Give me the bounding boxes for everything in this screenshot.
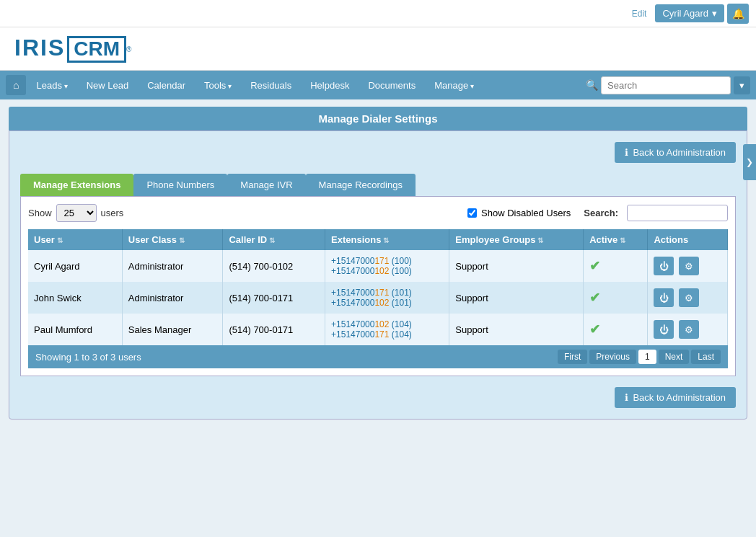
page-number-1[interactable]: 1 [638,350,656,364]
back-to-admin-top-button[interactable]: ℹ Back to Administration [615,142,736,163]
ext-line-2: +15147000102 (100) [331,266,443,276]
settings-button-3[interactable]: ⚙ [679,320,699,339]
power-button-2[interactable]: ⏻ [654,288,674,307]
data-table: User User Class Caller ID Extensions Emp… [28,229,728,345]
logo-crm: CRM [67,36,126,63]
page-next-button[interactable]: Next [659,350,690,364]
collapse-handle[interactable]: ❯ [743,144,756,180]
table-container: Show 10 25 50 100 users Show Disabled Us… [20,196,736,376]
active-checkmark: ✔ [589,322,600,337]
show-label: Show [28,208,52,218]
ext-line-1: +15147000171 (100) [331,256,443,266]
page-last-button[interactable]: Last [691,350,721,364]
ext-line-2: +15147000102 (101) [331,298,443,308]
back-to-admin-top-label: Back to Administration [633,147,726,158]
cell-user-class: Administrator [122,282,223,314]
cell-active: ✔ [584,282,648,314]
power-button-1[interactable]: ⏻ [654,257,674,275]
back-icon-bottom: ℹ [625,392,628,403]
table-row: John Swick Administrator (514) 700-0171 … [28,282,728,314]
controls-row: Show 10 25 50 100 users Show Disabled Us… [28,204,728,222]
search-input[interactable] [601,76,731,94]
table-row: Cyril Agard Administrator (514) 700-0102… [28,250,728,282]
settings-button-2[interactable]: ⚙ [679,288,699,307]
cell-extensions: +15147000171 (100) +15147000102 (100) [325,250,449,282]
ext-line-1: +15147000102 (104) [331,319,443,329]
nav-documents[interactable]: Documents [359,76,424,95]
back-bottom-row: ℹ Back to Administration [20,387,736,408]
showing-text: Showing 1 to 3 of 3 users [35,352,141,363]
cell-caller-id: (514) 700-0171 [223,282,325,314]
home-button[interactable]: ⌂ [6,75,26,95]
cell-user: Cyril Agard [28,250,122,282]
col-caller-id[interactable]: Caller ID [223,229,325,250]
settings-button-1[interactable]: ⚙ [679,257,699,275]
cell-caller-id: (514) 700-0171 [223,314,325,345]
user-name-label: Cyril Agard [662,8,708,19]
page-content: Manage Dialer Settings ℹ Back to Adminis… [0,99,756,427]
tab-manage-ivr[interactable]: Manage IVR [227,174,305,196]
ext-line-2: +15147000171 (104) [331,329,443,339]
cell-active: ✔ [584,250,648,282]
pagination-controls: First Previous 1 Next Last [555,350,721,364]
table-row: Paul Mumford Sales Manager (514) 700-017… [28,314,728,345]
cell-user-class: Sales Manager [122,314,223,345]
cell-employee-groups: Support [449,250,584,282]
tab-manage-recordings[interactable]: Manage Recordings [306,174,416,196]
cell-employee-groups: Support [449,314,584,345]
nav-new-lead[interactable]: New Lead [78,76,138,95]
show-disabled-checkbox[interactable] [467,208,477,218]
nav-manage[interactable]: Manage [426,76,483,95]
logo: IRISCRM® [14,35,131,63]
cell-caller-id: (514) 700-0102 [223,250,325,282]
logo-trademark: ® [126,45,131,53]
nav-calendar[interactable]: Calendar [139,76,194,95]
search-icon: 🔍 [586,79,598,91]
page-header: Manage Dialer Settings [9,107,747,130]
back-to-admin-bottom-button[interactable]: ℹ Back to Administration [615,387,736,408]
col-active[interactable]: Active [584,229,648,250]
top-bar: Edit Cyril Agard ▾ 🔔 [0,0,756,27]
cell-user: John Swick [28,282,122,314]
show-select[interactable]: 10 25 50 100 [56,204,97,222]
tab-manage-extensions[interactable]: Manage Extensions [20,174,133,196]
pagination-row: Showing 1 to 3 of 3 users First Previous… [28,345,728,368]
active-checkmark: ✔ [589,290,600,305]
logo-iris: IRIS [14,35,65,61]
table-header-row: User User Class Caller ID Extensions Emp… [28,229,728,250]
tab-phone-numbers[interactable]: Phone Numbers [133,174,227,196]
power-button-3[interactable]: ⏻ [654,320,674,339]
nav-helpdesk[interactable]: Helpdesk [302,76,358,95]
active-checkmark: ✔ [589,259,600,273]
show-disabled-label[interactable]: Show Disabled Users [481,208,571,218]
page-first-button[interactable]: First [558,350,587,364]
nav-leads[interactable]: Leads [27,76,76,95]
edit-link[interactable]: Edit [632,9,647,19]
collapse-icon: ❯ [746,157,753,167]
table-search-input[interactable] [627,205,728,221]
page-previous-button[interactable]: Previous [589,350,636,364]
nav-tools[interactable]: Tools [195,76,240,95]
back-to-admin-bottom-label: Back to Administration [633,392,726,403]
cell-active: ✔ [584,314,648,345]
search-area: 🔍 ▾ [586,76,750,94]
nav-residuals[interactable]: Residuals [242,76,300,95]
table-body: Cyril Agard Administrator (514) 700-0102… [28,250,728,345]
back-icon-top: ℹ [625,147,628,158]
search-dropdown-button[interactable]: ▾ [734,76,750,94]
cell-employee-groups: Support [449,282,584,314]
nav-bar: ⌂ Leads New Lead Calendar Tools Residual… [0,71,756,99]
col-extensions[interactable]: Extensions [325,229,449,250]
cell-extensions: +15147000102 (104) +15147000171 (104) [325,314,449,345]
main-panel: ℹ Back to Administration Manage Extensio… [9,130,747,420]
col-user[interactable]: User [28,229,122,250]
col-employee-groups[interactable]: Employee Groups [449,229,584,250]
user-menu-button[interactable]: Cyril Agard ▾ [655,4,724,22]
notifications-button[interactable]: 🔔 [727,4,749,24]
cell-actions: ⏻ ⚙ [648,314,728,345]
bell-icon: 🔔 [732,8,744,19]
cell-actions: ⏻ ⚙ [648,282,728,314]
col-actions: Actions [648,229,728,250]
cell-actions: ⏻ ⚙ [648,250,728,282]
col-user-class[interactable]: User Class [122,229,223,250]
